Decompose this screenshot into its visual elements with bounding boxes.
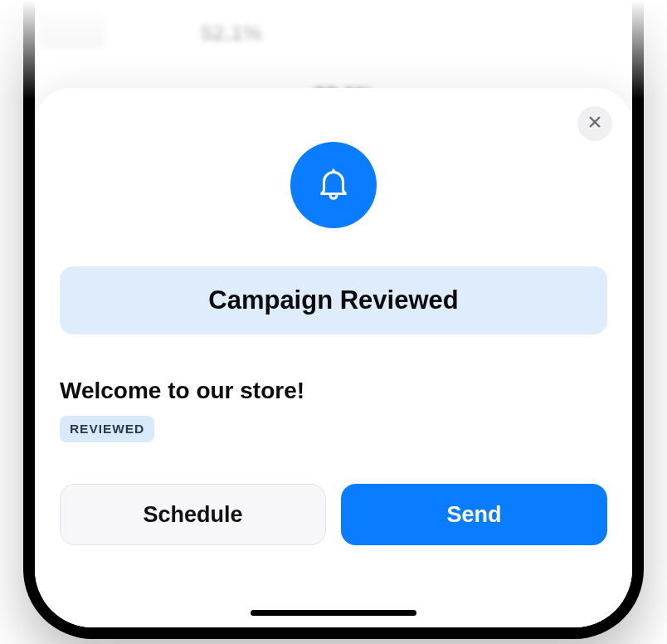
- status-badge: REVIEWED: [60, 416, 154, 442]
- bell-badge: [290, 142, 377, 228]
- phone-screen: 52.1% 32.1% Campaign Reviewed: [35, 0, 632, 627]
- modal-sheet: Campaign Reviewed Welcome to our store! …: [35, 88, 632, 627]
- banner-title: Campaign Reviewed: [76, 285, 591, 315]
- bell-icon: [314, 164, 353, 206]
- campaign-title: Welcome to our store!: [60, 378, 607, 404]
- bg-stat-top: 52.1%: [201, 20, 262, 46]
- action-row: Schedule Send: [60, 484, 607, 545]
- close-button[interactable]: [577, 106, 612, 141]
- home-indicator[interactable]: [251, 610, 416, 616]
- review-banner: Campaign Reviewed: [60, 266, 607, 334]
- close-icon: [587, 115, 602, 133]
- send-button[interactable]: Send: [341, 484, 607, 545]
- phone-frame: 52.1% 32.1% Campaign Reviewed: [23, 0, 644, 639]
- schedule-button[interactable]: Schedule: [60, 484, 326, 545]
